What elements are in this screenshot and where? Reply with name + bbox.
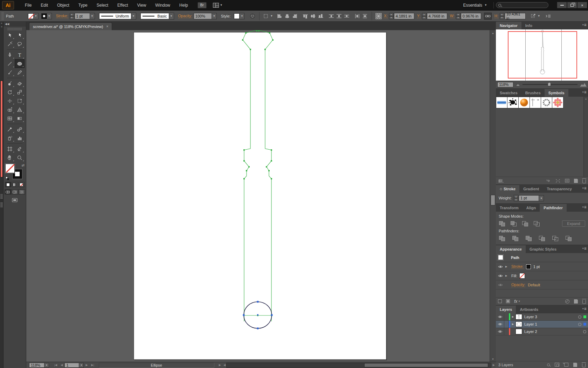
align-middle-icon[interactable]: [309, 13, 317, 20]
layer-name[interactable]: Layer 3: [524, 315, 537, 319]
hscroll-left-icon[interactable]: ◀: [223, 363, 226, 367]
hscroll-right-icon[interactable]: ▶: [492, 363, 496, 367]
first-artboard-icon[interactable]: |◀: [53, 363, 59, 367]
collapsed-dock-strip[interactable]: » ≡: [0, 22, 4, 368]
gradient-button[interactable]: [12, 182, 18, 187]
artboard[interactable]: [134, 32, 386, 360]
mesh-tool[interactable]: [5, 114, 15, 123]
collapsed-red-panel[interactable]: [0, 81, 3, 177]
expand-dock-icon[interactable]: »: [0, 22, 3, 25]
visibility-eye-icon[interactable]: [496, 321, 504, 328]
tab-info[interactable]: Info: [521, 22, 536, 29]
layer-thumbnail[interactable]: [516, 321, 522, 327]
navigator-view-box[interactable]: [508, 31, 577, 79]
y-field[interactable]: 4.7668 in: [427, 13, 447, 19]
target-circle[interactable]: [578, 315, 581, 319]
add-new-fill-icon[interactable]: [506, 299, 510, 303]
restore-button[interactable]: [567, 2, 577, 8]
artwork-svg[interactable]: [26, 30, 490, 362]
minus-front-icon[interactable]: [510, 221, 518, 227]
scale-tool[interactable]: [15, 88, 25, 96]
weight-stepper[interactable]: ▲▼: [514, 195, 518, 201]
select-similar-icon[interactable]: [262, 13, 270, 20]
brush-combo[interactable]: Basic: [140, 13, 169, 19]
delete-item-icon[interactable]: [582, 300, 586, 304]
tab-artboards[interactable]: Artboards: [516, 306, 542, 313]
stroke-weight-stepper[interactable]: ▲▼: [70, 13, 74, 19]
pen-tool[interactable]: [5, 50, 15, 59]
layer-name[interactable]: Layer 1: [524, 322, 537, 326]
lock-toggle[interactable]: [504, 328, 509, 335]
document-tab[interactable]: screwdriver.ai* @ 118% (CMYK/Preview) ×: [29, 22, 112, 30]
close-button[interactable]: ×: [577, 2, 587, 8]
style-swatch[interactable]: [234, 13, 240, 19]
rotate-tool[interactable]: [5, 88, 15, 96]
outline-icon[interactable]: [552, 236, 560, 241]
symbol-libraries-icon[interactable]: [498, 179, 504, 183]
menu-type[interactable]: Type: [74, 0, 92, 11]
artboard-tool[interactable]: [5, 144, 15, 153]
eyedropper-tool[interactable]: [5, 125, 15, 134]
add-new-stroke-icon[interactable]: [498, 299, 502, 303]
scrollbar-thumb[interactable]: [364, 363, 489, 367]
new-layer-icon[interactable]: [573, 363, 577, 367]
w-stepper[interactable]: ▲▼: [456, 13, 461, 19]
width-profile-dropdown[interactable]: ▼: [131, 13, 136, 20]
recolor-artwork-icon[interactable]: [249, 13, 256, 20]
tab-graphic-styles[interactable]: Graphic Styles: [526, 245, 560, 253]
lock-toggle[interactable]: [504, 321, 509, 328]
direct-selection-tool[interactable]: [15, 31, 25, 40]
appearance-fill-row[interactable]: ▶ Fill:: [496, 271, 588, 280]
w-label[interactable]: W:: [450, 14, 455, 18]
minus-back-icon[interactable]: [565, 236, 573, 241]
line-segment-tool[interactable]: [5, 59, 15, 68]
status-menu-icon[interactable]: ▶: [217, 363, 223, 367]
layer-row[interactable]: ▶ Layer 3: [496, 313, 588, 321]
stroke-weight-label[interactable]: Stroke:: [56, 14, 68, 18]
selection-tool[interactable]: [5, 31, 15, 40]
symbol-orange-sphere[interactable]: [518, 97, 530, 108]
selection-indicator[interactable]: [583, 323, 586, 326]
zoom-level-field[interactable]: 118%: [29, 363, 44, 368]
symbol-options-icon[interactable]: [565, 179, 569, 183]
style-dropdown[interactable]: ▼: [240, 13, 244, 19]
toolbar-collapse-icon[interactable]: ◀◀: [4, 22, 26, 27]
visibility-eye-icon[interactable]: [498, 274, 503, 278]
zoom-tool[interactable]: [15, 153, 25, 162]
stroke-weight-field[interactable]: 1 pt: [75, 13, 90, 19]
tab-pathfinder[interactable]: Pathfinder: [540, 204, 566, 212]
collapse-icon[interactable]: ◇: [500, 187, 502, 191]
default-fill-stroke-icon[interactable]: [6, 177, 9, 180]
link-dimensions-icon[interactable]: [484, 13, 492, 20]
y-stepper[interactable]: ▲▼: [422, 13, 427, 19]
color-button[interactable]: [5, 182, 11, 187]
navigator-zoom-slider[interactable]: [523, 84, 577, 85]
none-button[interactable]: [19, 182, 25, 187]
paintbrush-tool[interactable]: [5, 68, 15, 77]
opacity-field[interactable]: 100%: [194, 13, 212, 19]
divide-icon[interactable]: [499, 236, 506, 241]
status-display[interactable]: Ellipse: [99, 363, 214, 368]
tab-stroke[interactable]: ◇Stroke: [496, 185, 519, 193]
intersect-icon[interactable]: [522, 221, 530, 227]
minimize-button[interactable]: [557, 2, 567, 8]
type-tool[interactable]: T: [15, 50, 25, 59]
new-sublayer-icon[interactable]: [564, 363, 568, 367]
visibility-eye-icon[interactable]: [498, 283, 503, 287]
fill-swatch[interactable]: [28, 13, 34, 19]
distribute-center-icon[interactable]: [335, 13, 343, 20]
shape-builder-tool[interactable]: [5, 105, 15, 114]
width-profile-combo[interactable]: Uniform: [99, 13, 131, 19]
break-link-icon[interactable]: [555, 179, 560, 183]
prev-artboard-icon[interactable]: ◀: [59, 363, 64, 367]
tab-layers[interactable]: Layers: [496, 306, 516, 313]
stroke-weight-value[interactable]: 1 pt: [533, 265, 540, 269]
ellipse-tool[interactable]: [15, 59, 25, 68]
delete-symbol-icon[interactable]: [582, 179, 586, 183]
gradient-tool[interactable]: [15, 114, 25, 123]
layer-row-selected[interactable]: ▶ Layer 1: [496, 321, 588, 328]
distribute-bottom-icon[interactable]: [343, 13, 351, 20]
w-field[interactable]: 0.9676 in: [461, 13, 481, 19]
screen-mode-button[interactable]: [4, 197, 26, 203]
panel-grip[interactable]: [1, 12, 4, 20]
